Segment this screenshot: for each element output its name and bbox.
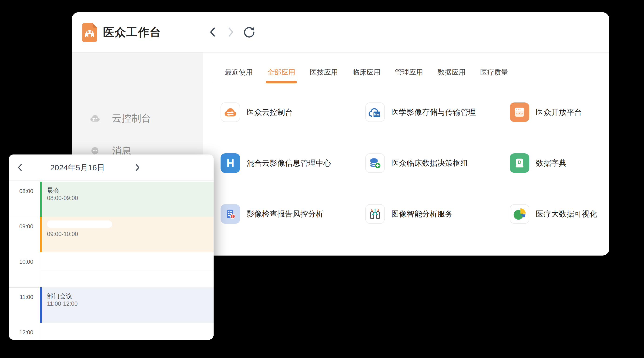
app-label: 医疗大数据可视化 [536, 209, 597, 219]
chevron-right-icon [228, 26, 234, 38]
tab-clinical-apps[interactable]: 临床应用 [352, 62, 380, 82]
time-label: 10:00 [9, 259, 33, 265]
calendar-day-grid: 08:00 09:00 10:00 11:00 12:00 晨会 08:00-0… [9, 181, 214, 340]
calendar-event-morning-meeting[interactable]: 晨会 08:00-09:00 [40, 182, 214, 217]
svg-text:Mas: Mas [374, 113, 380, 116]
svg-text:D: D [518, 159, 521, 165]
time-label: 09:00 [9, 223, 33, 230]
app-label: 影像检查报告风控分析 [246, 209, 324, 219]
redacted-title-pill [47, 220, 112, 228]
app-label: 医众云控制台 [246, 107, 293, 118]
calendar-next-button[interactable] [132, 162, 143, 173]
lungs-ai-icon [365, 204, 385, 224]
open-platform-code-icon: </> [510, 102, 529, 122]
refresh-icon [243, 26, 255, 38]
hybrid-cloud-h-icon: H [220, 153, 240, 173]
calendar-event-department-meeting[interactable]: 部门会议 11:00-12:00 [40, 287, 214, 323]
desktop-background: 医众工作台 [0, 0, 644, 358]
app-tile-image-storage[interactable]: Mas 医学影像存储与传输管理 [365, 102, 476, 122]
tab-bar: 最近使用 全部应用 医技应用 临床应用 管理应用 数据应用 医疗质量 [203, 62, 609, 82]
window-header: 医众工作台 [72, 12, 609, 52]
calendar-panel: 2024年5月16日 08:00 09:00 10:00 11:00 12:00… [9, 155, 214, 340]
tab-data-apps[interactable]: 数据应用 [438, 62, 466, 82]
time-label: 08:00 [9, 188, 33, 194]
clinical-database-icon [365, 153, 385, 173]
event-title: 部门会议 [47, 292, 72, 300]
app-label: 医众开放平台 [536, 107, 582, 118]
tab-recent[interactable]: 最近使用 [225, 62, 253, 82]
app-tile-image-ai-service[interactable]: 图像智能分析服务 [365, 204, 453, 224]
report-risk-alert-icon [220, 204, 240, 224]
chevron-left-icon [17, 164, 22, 172]
calendar-event-redacted[interactable]: 09:00-10:00 [40, 217, 214, 252]
app-title: 医众工作台 [103, 25, 161, 39]
event-time: 11:00-12:00 [47, 300, 78, 307]
svg-text:</>: </> [516, 112, 523, 116]
app-label: 图像智能分析服务 [391, 209, 453, 219]
app-tile-clinical-data-hub[interactable]: 医众临床数据决策枢纽 [365, 153, 468, 173]
event-time: 08:00-09:00 [47, 195, 78, 201]
pie-chart-icon [510, 204, 529, 224]
tab-quality[interactable]: 医疗质量 [480, 62, 508, 82]
tab-medtech-apps[interactable]: 医技应用 [310, 62, 338, 82]
app-tile-cloud-console[interactable]: 医众云控制台 [220, 102, 293, 122]
app-tile-data-dictionary[interactable]: D 数据字典 [510, 153, 566, 173]
tab-all-apps[interactable]: 全部应用 [267, 62, 295, 82]
back-button[interactable] [206, 26, 218, 38]
calendar-date-label: 2024年5月16日 [37, 162, 118, 173]
sidebar-item-cloud-console[interactable]: 云控制台 [72, 107, 203, 129]
app-label: 医学影像存储与传输管理 [391, 107, 476, 118]
app-label: 混合云影像信息管理中心 [246, 158, 331, 169]
event-title: 晨会 [47, 186, 60, 195]
sidebar-item-label: 云控制台 [112, 112, 151, 125]
mas-cloud-icon: Mas [365, 102, 385, 122]
time-label: 12:00 [9, 329, 33, 336]
app-tile-report-risk-analysis[interactable]: 影像检查报告风控分析 [220, 204, 324, 224]
app-tile-open-platform[interactable]: </> 医众开放平台 [510, 102, 582, 122]
app-logo-icon [82, 23, 97, 42]
tab-admin-apps[interactable]: 管理应用 [395, 62, 423, 82]
app-tile-hybrid-cloud-center[interactable]: H 混合云影像信息管理中心 [220, 153, 331, 173]
calendar-prev-button[interactable] [14, 162, 26, 173]
refresh-button[interactable] [243, 26, 255, 38]
time-label: 11:00 [9, 294, 33, 300]
forward-button[interactable] [225, 26, 237, 38]
data-dictionary-book-icon: D [510, 153, 529, 173]
app-tile-bigdata-visualization[interactable]: 医疗大数据可视化 [510, 204, 597, 224]
app-label: 医众临床数据决策枢纽 [391, 158, 468, 169]
cloud-console-icon [220, 102, 240, 122]
app-label: 数据字典 [536, 158, 566, 169]
half-hour-gridline [40, 270, 214, 270]
chevron-right-icon [135, 164, 140, 172]
cloud-settings-icon [90, 113, 100, 124]
hour-gridline [9, 252, 214, 252]
event-time: 09:00-10:00 [47, 231, 78, 237]
chevron-left-icon [209, 26, 216, 38]
calendar-header: 2024年5月16日 [9, 155, 214, 180]
